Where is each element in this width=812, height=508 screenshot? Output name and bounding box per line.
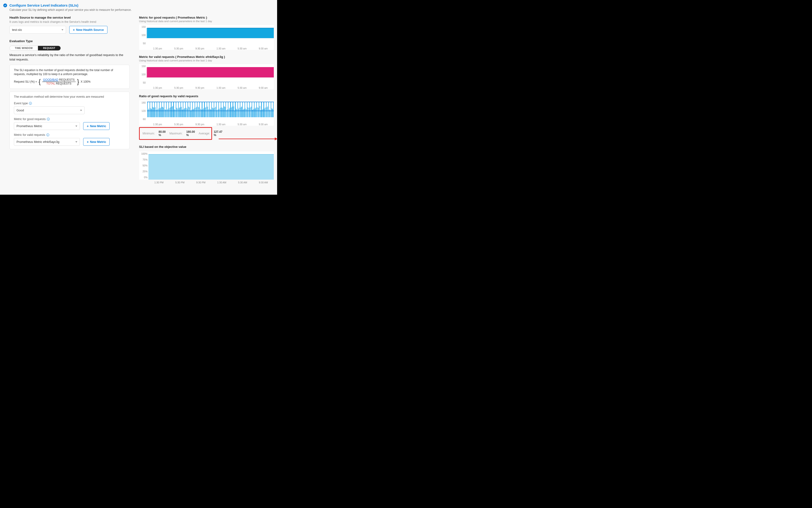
y-tick: 75% <box>143 158 148 161</box>
formula-den-rest: REQUESTS <box>55 82 71 85</box>
ratio-stats-box: Minimum: 80.00 % Maximum: 180.00 % Avera… <box>139 127 212 140</box>
formula-row: Request SLI (%) = { GOOD/BAD REQUESTS TO… <box>14 78 125 85</box>
section-title: Configure Service Level Indicators (SLIs… <box>9 3 78 7</box>
x-tick: 9:30 PM <box>196 181 205 184</box>
chart-ratio-title: Ratio of good requests by valid requests <box>139 94 274 98</box>
new-health-source-label: New Health Source <box>76 28 104 32</box>
header: Configure Service Level Indicators (SLIs… <box>3 3 274 7</box>
x-tick: 5:30 am <box>237 86 246 89</box>
plot-area <box>147 100 274 122</box>
x-tick: 1:30 am <box>217 123 226 126</box>
x-tick: 5:30 AM <box>238 181 247 184</box>
formula-num-goodbad: GOOD/BAD <box>43 78 59 81</box>
x-axis: 1:30 pm5:30 pm9:30 pm1:30 am5:30 am9:30 … <box>139 46 274 50</box>
good-metric-value: Prometheus Metric <box>16 124 42 128</box>
x-tick: 5:30 am <box>237 47 246 50</box>
info-icon[interactable]: i <box>29 102 32 105</box>
evaluation-type-title: Evaluation Type <box>9 39 129 43</box>
y-tick: 60 <box>143 118 146 121</box>
chart-valid-section: Metric for valid requests ( Prometheus M… <box>139 55 274 89</box>
x-tick: 5:30 PM <box>175 181 185 184</box>
health-source-title: Health Source to manage the service leve… <box>9 16 129 19</box>
svg-marker-1 <box>275 137 278 140</box>
x-tick: 1:30 AM <box>217 181 226 184</box>
valid-metric-select[interactable]: Prometheus Metric efnkl5ayc3g <box>14 138 80 146</box>
evaluation-type-toggle: TIME WINDOW REQUEST <box>9 46 61 51</box>
formula-mult: X 100% <box>81 80 90 83</box>
x-tick: 1:30 am <box>217 86 226 89</box>
chart-valid: 150 100 50 1:30 pm5: <box>139 64 274 89</box>
new-metric-label: New Metric <box>90 140 106 143</box>
x-tick: 9:30 am <box>259 86 268 89</box>
y-axis: 180 120 60 <box>139 100 147 122</box>
event-type-select[interactable]: Good <box>14 107 85 114</box>
new-metric-button-good[interactable]: + New Metric <box>83 122 110 130</box>
formula-card: The SLI equation is the number of good r… <box>9 65 129 89</box>
health-source-subtitle: It uses logs and metrics to track change… <box>9 20 129 24</box>
chart-valid-subtitle: Using historical data and current parame… <box>139 59 274 62</box>
ratio-band <box>147 102 274 111</box>
brace-left-icon: { <box>38 78 41 85</box>
event-type-value: Good <box>16 109 24 112</box>
y-tick: 25% <box>143 170 148 173</box>
x-tick: 5:30 pm <box>175 123 183 126</box>
health-source-select[interactable]: test-slo <box>9 26 66 34</box>
chart-good-subtitle: Using historical data and current parame… <box>139 20 274 23</box>
x-tick: 9:30 am <box>259 47 268 50</box>
info-icon[interactable]: i <box>46 133 49 136</box>
area-blue <box>147 28 274 38</box>
check-circle-icon <box>3 4 7 7</box>
y-tick: 100 <box>141 73 146 76</box>
y-tick: 120 <box>141 110 146 112</box>
stat-avg-value: 127.47 % <box>214 130 223 137</box>
chart-good-title: Metric for good requests ( Prometheus Me… <box>139 16 274 19</box>
good-metric-label-text: Metric for good requests <box>14 118 46 121</box>
y-tick: 50 <box>143 42 146 45</box>
toggle-request[interactable]: REQUEST <box>38 46 61 50</box>
chart-good-section: Metric for good requests ( Prometheus Me… <box>139 16 274 50</box>
formula-den-total: TOTAL <box>46 82 55 85</box>
new-metric-button-valid[interactable]: + New Metric <box>83 138 110 146</box>
y-tick: 50% <box>143 164 148 167</box>
good-metric-select[interactable]: Prometheus Metric <box>14 122 80 130</box>
plus-icon: + <box>87 140 89 143</box>
valid-metric-label: Metric for valid requests i <box>14 133 125 136</box>
x-tick: 9:30 am <box>259 123 268 126</box>
event-type-label-text: Event type <box>14 102 28 105</box>
formula-num-rest: REQUESTS <box>58 78 74 81</box>
area-pink <box>147 67 274 78</box>
y-tick: 0% <box>144 176 148 179</box>
stat-avg-label: Average: <box>199 132 210 135</box>
chart-ratio: 180 120 60 1:30 pm5:30 pm9:30 pm1:30 <box>139 100 274 126</box>
new-health-source-button[interactable]: + New Health Source <box>69 26 108 34</box>
stat-min-label: Minimum: <box>143 132 155 135</box>
y-tick: 180 <box>141 101 146 104</box>
y-tick: 100 <box>141 34 146 37</box>
chart-valid-title: Metric for valid requests ( Prometheus M… <box>139 55 274 58</box>
chart-sli-section: SLI based on the objective value 100% 75… <box>139 145 274 184</box>
chart-good: 150 100 50 1:30 pm5: <box>139 25 274 50</box>
evaluation-panel: The evaluation method will determine how… <box>9 92 129 149</box>
x-tick: 1:30 pm <box>153 86 162 89</box>
x-tick: 1:30 pm <box>153 47 162 50</box>
info-icon[interactable]: i <box>47 118 50 121</box>
valid-metric-value: Prometheus Metric efnkl5ayc3g <box>16 140 60 143</box>
stat-max-label: Maximum: <box>169 132 182 135</box>
y-tick: 100% <box>141 152 148 155</box>
left-column: Health Source to manage the service leve… <box>9 16 129 189</box>
y-axis: 150 100 50 <box>139 25 147 46</box>
plot-area <box>147 64 274 85</box>
sli-area <box>149 152 274 180</box>
x-tick: 9:30 AM <box>259 181 268 184</box>
y-axis: 150 100 50 <box>139 64 147 85</box>
new-metric-label: New Metric <box>90 124 106 128</box>
y-axis: 100% 75% 50% 25% 0% <box>139 152 149 180</box>
stat-max-value: 180.00 % <box>186 130 195 137</box>
eval-panel-heading: The evaluation method will determine how… <box>14 95 125 98</box>
x-axis: 1:30 pm5:30 pm9:30 pm1:30 am5:30 am9:30 … <box>139 122 274 126</box>
x-tick: 9:30 pm <box>195 123 204 126</box>
formula-intro: The SLI equation is the number of good r… <box>14 68 125 77</box>
formula-fraction: GOOD/BAD REQUESTS TOTAL REQUESTS <box>42 78 76 85</box>
toggle-time-window[interactable]: TIME WINDOW <box>10 46 38 50</box>
good-metric-label: Metric for good requests i <box>14 118 125 121</box>
